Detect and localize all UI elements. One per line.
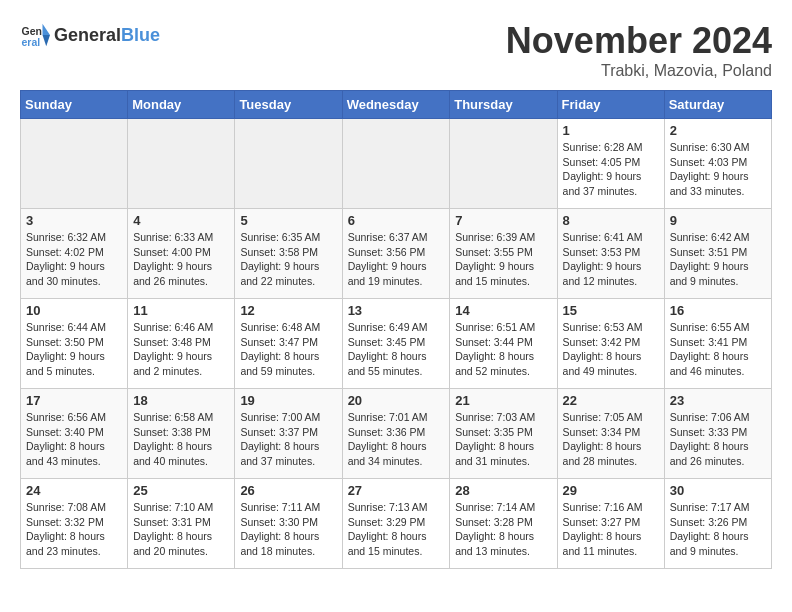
calendar-cell: 28Sunrise: 7:14 AMSunset: 3:28 PMDayligh…: [450, 479, 557, 569]
calendar-cell: 2Sunrise: 6:30 AMSunset: 4:03 PMDaylight…: [664, 119, 771, 209]
day-number: 21: [455, 393, 551, 408]
calendar-cell: 7Sunrise: 6:39 AMSunset: 3:55 PMDaylight…: [450, 209, 557, 299]
day-number: 26: [240, 483, 336, 498]
day-number: 22: [563, 393, 659, 408]
day-info: Sunrise: 7:03 AMSunset: 3:35 PMDaylight:…: [455, 410, 551, 469]
svg-marker-3: [43, 35, 51, 46]
calendar-cell: 30Sunrise: 7:17 AMSunset: 3:26 PMDayligh…: [664, 479, 771, 569]
day-info: Sunrise: 7:08 AMSunset: 3:32 PMDaylight:…: [26, 500, 122, 559]
calendar-cell: 27Sunrise: 7:13 AMSunset: 3:29 PMDayligh…: [342, 479, 450, 569]
logo-general: General: [54, 25, 121, 46]
day-info: Sunrise: 6:46 AMSunset: 3:48 PMDaylight:…: [133, 320, 229, 379]
calendar-cell: 5Sunrise: 6:35 AMSunset: 3:58 PMDaylight…: [235, 209, 342, 299]
day-info: Sunrise: 6:58 AMSunset: 3:38 PMDaylight:…: [133, 410, 229, 469]
day-info: Sunrise: 6:55 AMSunset: 3:41 PMDaylight:…: [670, 320, 766, 379]
calendar-week-3: 10Sunrise: 6:44 AMSunset: 3:50 PMDayligh…: [21, 299, 772, 389]
day-number: 1: [563, 123, 659, 138]
day-number: 20: [348, 393, 445, 408]
day-info: Sunrise: 7:14 AMSunset: 3:28 PMDaylight:…: [455, 500, 551, 559]
location: Trabki, Mazovia, Poland: [506, 62, 772, 80]
calendar-cell: 17Sunrise: 6:56 AMSunset: 3:40 PMDayligh…: [21, 389, 128, 479]
day-info: Sunrise: 7:01 AMSunset: 3:36 PMDaylight:…: [348, 410, 445, 469]
calendar-header-saturday: Saturday: [664, 91, 771, 119]
day-number: 17: [26, 393, 122, 408]
calendar-cell: 16Sunrise: 6:55 AMSunset: 3:41 PMDayligh…: [664, 299, 771, 389]
day-number: 4: [133, 213, 229, 228]
calendar-week-5: 24Sunrise: 7:08 AMSunset: 3:32 PMDayligh…: [21, 479, 772, 569]
calendar-header-sunday: Sunday: [21, 91, 128, 119]
day-info: Sunrise: 6:49 AMSunset: 3:45 PMDaylight:…: [348, 320, 445, 379]
day-info: Sunrise: 6:41 AMSunset: 3:53 PMDaylight:…: [563, 230, 659, 289]
day-info: Sunrise: 6:42 AMSunset: 3:51 PMDaylight:…: [670, 230, 766, 289]
day-number: 11: [133, 303, 229, 318]
calendar-cell: 29Sunrise: 7:16 AMSunset: 3:27 PMDayligh…: [557, 479, 664, 569]
day-info: Sunrise: 6:39 AMSunset: 3:55 PMDaylight:…: [455, 230, 551, 289]
day-info: Sunrise: 6:30 AMSunset: 4:03 PMDaylight:…: [670, 140, 766, 199]
calendar-cell: 15Sunrise: 6:53 AMSunset: 3:42 PMDayligh…: [557, 299, 664, 389]
calendar-cell: 1Sunrise: 6:28 AMSunset: 4:05 PMDaylight…: [557, 119, 664, 209]
day-info: Sunrise: 6:48 AMSunset: 3:47 PMDaylight:…: [240, 320, 336, 379]
day-number: 19: [240, 393, 336, 408]
calendar-cell: 21Sunrise: 7:03 AMSunset: 3:35 PMDayligh…: [450, 389, 557, 479]
calendar-header-friday: Friday: [557, 91, 664, 119]
calendar-cell: 25Sunrise: 7:10 AMSunset: 3:31 PMDayligh…: [128, 479, 235, 569]
calendar-table: SundayMondayTuesdayWednesdayThursdayFrid…: [20, 90, 772, 569]
logo: Gen eral General Blue: [20, 20, 160, 50]
calendar-cell: 23Sunrise: 7:06 AMSunset: 3:33 PMDayligh…: [664, 389, 771, 479]
calendar-cell: 22Sunrise: 7:05 AMSunset: 3:34 PMDayligh…: [557, 389, 664, 479]
day-number: 7: [455, 213, 551, 228]
calendar-cell: 9Sunrise: 6:42 AMSunset: 3:51 PMDaylight…: [664, 209, 771, 299]
calendar-cell: 18Sunrise: 6:58 AMSunset: 3:38 PMDayligh…: [128, 389, 235, 479]
day-info: Sunrise: 6:28 AMSunset: 4:05 PMDaylight:…: [563, 140, 659, 199]
calendar-cell: 20Sunrise: 7:01 AMSunset: 3:36 PMDayligh…: [342, 389, 450, 479]
day-number: 16: [670, 303, 766, 318]
calendar-header-row: SundayMondayTuesdayWednesdayThursdayFrid…: [21, 91, 772, 119]
page-header: Gen eral General Blue November 2024 Trab…: [20, 20, 772, 80]
day-number: 14: [455, 303, 551, 318]
calendar-cell: [450, 119, 557, 209]
calendar-cell: [128, 119, 235, 209]
day-number: 25: [133, 483, 229, 498]
calendar-cell: [235, 119, 342, 209]
day-info: Sunrise: 7:05 AMSunset: 3:34 PMDaylight:…: [563, 410, 659, 469]
calendar-cell: 8Sunrise: 6:41 AMSunset: 3:53 PMDaylight…: [557, 209, 664, 299]
title-block: November 2024 Trabki, Mazovia, Poland: [506, 20, 772, 80]
day-number: 18: [133, 393, 229, 408]
calendar-cell: 19Sunrise: 7:00 AMSunset: 3:37 PMDayligh…: [235, 389, 342, 479]
day-info: Sunrise: 7:17 AMSunset: 3:26 PMDaylight:…: [670, 500, 766, 559]
calendar-cell: 12Sunrise: 6:48 AMSunset: 3:47 PMDayligh…: [235, 299, 342, 389]
calendar-cell: 6Sunrise: 6:37 AMSunset: 3:56 PMDaylight…: [342, 209, 450, 299]
day-info: Sunrise: 7:13 AMSunset: 3:29 PMDaylight:…: [348, 500, 445, 559]
day-number: 23: [670, 393, 766, 408]
day-info: Sunrise: 7:11 AMSunset: 3:30 PMDaylight:…: [240, 500, 336, 559]
calendar-cell: 10Sunrise: 6:44 AMSunset: 3:50 PMDayligh…: [21, 299, 128, 389]
day-info: Sunrise: 6:53 AMSunset: 3:42 PMDaylight:…: [563, 320, 659, 379]
day-info: Sunrise: 7:00 AMSunset: 3:37 PMDaylight:…: [240, 410, 336, 469]
day-number: 28: [455, 483, 551, 498]
svg-marker-2: [43, 24, 51, 35]
day-info: Sunrise: 6:51 AMSunset: 3:44 PMDaylight:…: [455, 320, 551, 379]
day-number: 24: [26, 483, 122, 498]
calendar-cell: 13Sunrise: 6:49 AMSunset: 3:45 PMDayligh…: [342, 299, 450, 389]
day-info: Sunrise: 6:32 AMSunset: 4:02 PMDaylight:…: [26, 230, 122, 289]
day-number: 10: [26, 303, 122, 318]
calendar-cell: 11Sunrise: 6:46 AMSunset: 3:48 PMDayligh…: [128, 299, 235, 389]
calendar-week-2: 3Sunrise: 6:32 AMSunset: 4:02 PMDaylight…: [21, 209, 772, 299]
day-number: 13: [348, 303, 445, 318]
day-info: Sunrise: 6:44 AMSunset: 3:50 PMDaylight:…: [26, 320, 122, 379]
day-number: 8: [563, 213, 659, 228]
calendar-cell: 4Sunrise: 6:33 AMSunset: 4:00 PMDaylight…: [128, 209, 235, 299]
calendar-cell: 3Sunrise: 6:32 AMSunset: 4:02 PMDaylight…: [21, 209, 128, 299]
month-title: November 2024: [506, 20, 772, 62]
calendar-cell: 24Sunrise: 7:08 AMSunset: 3:32 PMDayligh…: [21, 479, 128, 569]
day-number: 15: [563, 303, 659, 318]
day-number: 2: [670, 123, 766, 138]
logo-blue: Blue: [121, 25, 160, 46]
day-number: 9: [670, 213, 766, 228]
calendar-cell: [342, 119, 450, 209]
day-number: 3: [26, 213, 122, 228]
calendar-header-monday: Monday: [128, 91, 235, 119]
day-info: Sunrise: 6:37 AMSunset: 3:56 PMDaylight:…: [348, 230, 445, 289]
day-number: 29: [563, 483, 659, 498]
day-number: 27: [348, 483, 445, 498]
